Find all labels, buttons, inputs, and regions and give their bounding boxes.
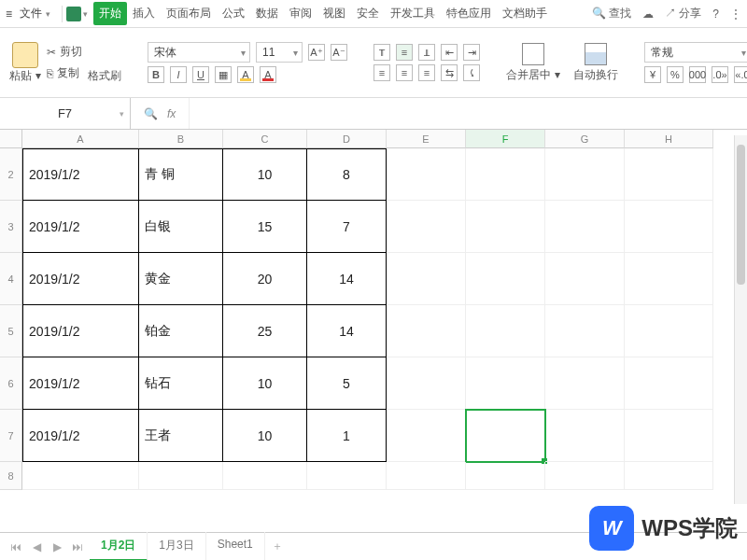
ribbon-tab-6[interactable]: 视图 [317,2,351,25]
copy-button[interactable]: ⎘ 复制 [47,65,82,81]
decrease-font-button[interactable]: A⁻ [331,44,347,61]
cell-C5[interactable]: 25 [223,305,307,357]
cell-B7[interactable]: 王者 [139,410,223,462]
cell-B3[interactable]: 白银 [139,201,223,253]
cell-H8[interactable] [625,462,713,490]
cell-B2[interactable]: 青 铜 [139,148,223,201]
cell-F2[interactable] [466,148,545,201]
merge-icon[interactable] [522,43,544,65]
col-header-G[interactable]: G [545,130,625,148]
font-size-select[interactable]: 11 [256,42,303,63]
cell-B5[interactable]: 铂金 [139,305,223,357]
cell-C3[interactable]: 15 [223,201,307,253]
ribbon-tab-5[interactable]: 审阅 [284,2,317,25]
align-bottom-button[interactable]: ⫫ [418,44,435,61]
cell-F8[interactable] [466,462,545,490]
cell-B4[interactable]: 黄金 [139,253,223,305]
border-button[interactable]: ▦ [215,66,232,83]
number-format-select[interactable]: 常规 [644,42,747,63]
cell-A5[interactable]: 2019/1/2 [22,305,139,357]
indent-dec-button[interactable]: ⇤ [441,44,458,61]
cell-D4[interactable]: 14 [307,253,387,305]
cell-F5[interactable] [466,305,545,357]
ribbon-tab-10[interactable]: 文档助手 [497,2,553,25]
cell-H2[interactable] [625,148,713,201]
cell-G2[interactable] [545,148,625,201]
italic-button[interactable]: I [170,66,187,83]
cell-H5[interactable] [625,305,713,357]
cell-A7[interactable]: 2019/1/2 [22,410,139,462]
search-button[interactable]: 🔍 查找 [592,6,631,21]
dec-decimal-button[interactable]: «.0 [734,66,747,83]
align-right-button[interactable]: ≡ [418,64,435,81]
format-painter-button[interactable]: 格式刷 [88,68,121,84]
cell-C2[interactable]: 10 [223,148,307,201]
share-button[interactable]: ↗ 分享 [665,6,701,21]
wrap-icon[interactable] [585,43,607,65]
cell-E2[interactable] [387,148,466,201]
ribbon-tab-4[interactable]: 数据 [250,2,284,25]
row-header-6[interactable]: 6 [0,357,22,410]
cell-F4[interactable] [466,253,545,305]
cell-E7[interactable] [387,410,466,462]
row-header-2[interactable]: 2 [0,148,22,201]
cell-A2[interactable]: 2019/1/2 [22,148,139,201]
cell-B8[interactable] [139,462,223,490]
cell-H7[interactable] [625,410,713,462]
row-header-8[interactable]: 8 [0,462,22,490]
formula-input[interactable] [189,98,747,129]
merge-center-button[interactable]: 合并居中 ▾ [506,67,560,83]
sheet-tab-2[interactable]: Sheet1 [206,532,265,560]
cell-H3[interactable] [625,201,713,253]
cell-H6[interactable] [625,357,713,410]
add-sheet-button[interactable]: ＋ [269,539,286,554]
cell-G5[interactable] [545,305,625,357]
percent-button[interactable]: % [667,66,684,83]
col-header-H[interactable]: H [625,130,713,148]
fill-color-button[interactable]: A [237,66,254,83]
align-middle-button[interactable]: ≡ [396,44,413,61]
text-dir-button[interactable]: ⤹ [463,64,480,81]
cell-G3[interactable] [545,201,625,253]
cell-B6[interactable]: 钻石 [139,357,223,410]
ribbon-tab-0[interactable]: 开始 [93,2,127,25]
vertical-scrollbar[interactable] [734,135,747,504]
col-header-C[interactable]: C [223,130,307,148]
cut-button[interactable]: ✂ 剪切 [47,44,82,60]
align-left-button[interactable]: ≡ [374,64,390,81]
cell-A6[interactable]: 2019/1/2 [22,357,139,410]
cell-G7[interactable] [545,410,625,462]
more-icon[interactable]: ⋮ [730,7,741,21]
sheet-nav-last[interactable]: ⏭ [69,540,86,553]
wrap-button[interactable]: 自动换行 [573,67,618,83]
cell-F7[interactable] [466,410,545,462]
name-box[interactable]: F7 [0,98,131,129]
col-header-F[interactable]: F [466,130,545,148]
row-header-7[interactable]: 7 [0,410,22,462]
help-icon[interactable]: ? [712,7,719,21]
doc-icon[interactable] [66,7,81,21]
cell-A4[interactable]: 2019/1/2 [22,253,139,305]
cell-F6[interactable] [466,357,545,410]
cell-D2[interactable]: 8 [307,148,387,201]
currency-button[interactable]: ¥ [644,66,661,83]
ribbon-tab-2[interactable]: 页面布局 [161,2,217,25]
font-color-button[interactable]: A [260,66,276,83]
cell-A3[interactable]: 2019/1/2 [22,201,139,253]
ribbon-tab-9[interactable]: 特色应用 [441,2,497,25]
sheet-nav-next[interactable]: ▶ [49,540,65,553]
sheet-nav-first[interactable]: ⏮ [7,540,24,553]
cell-H4[interactable] [625,253,713,305]
cell-D6[interactable]: 5 [307,357,387,410]
col-header-A[interactable]: A [22,130,139,148]
cell-C7[interactable]: 10 [223,410,307,462]
cell-G6[interactable] [545,357,625,410]
cloud-icon[interactable]: ☁ [642,7,654,21]
indent-inc-button[interactable]: ⇥ [463,44,480,61]
cell-C6[interactable]: 10 [223,357,307,410]
merge-indent-button[interactable]: ⇆ [441,64,458,81]
cell-E4[interactable] [387,253,466,305]
ribbon-tab-1[interactable]: 插入 [127,2,161,25]
cell-E5[interactable] [387,305,466,357]
cell-F3[interactable] [466,201,545,253]
